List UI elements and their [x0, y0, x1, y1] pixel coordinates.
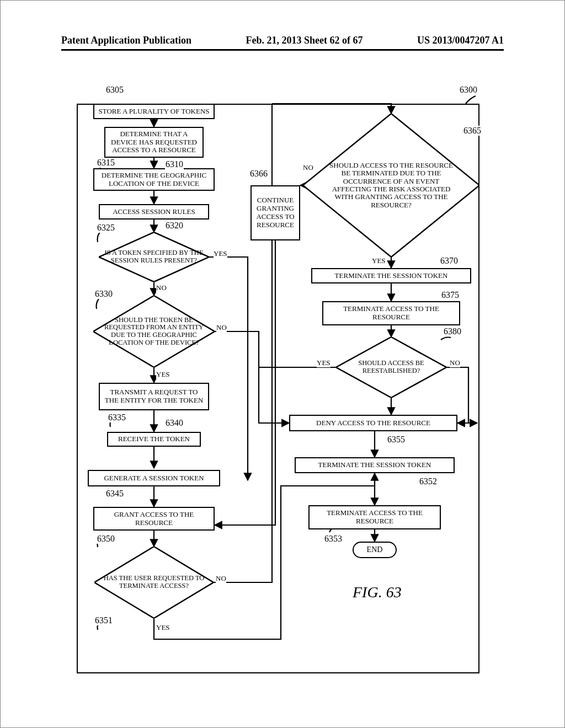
edge-6351-no: NO [216, 574, 226, 583]
decision-6365: SHOULD ACCESS TO THE RESOURCE BE TERMINA… [303, 114, 479, 257]
ref-6375: 6375 [441, 290, 460, 300]
step-6340: RECEIVE THE TOKEN [107, 432, 201, 447]
ref-6335: 6335 [108, 413, 126, 422]
edge-6330-yes: YES [156, 370, 170, 379]
step-6352: TERMINATE THE SESSION TOKEN [295, 457, 455, 473]
ref-6330: 6330 [94, 289, 113, 299]
decision-6351-text: HAS THE USER REQUESTED TO TERMINATE ACCE… [100, 575, 208, 590]
ref-6345: 6345 [105, 489, 124, 499]
step-6335: TRANSMIT A REQUEST TO THE ENTITY FOR THE… [99, 383, 209, 410]
ref-6352: 6352 [419, 477, 438, 486]
ref-6365: 6365 [463, 126, 482, 136]
ref-6310: 6310 [165, 159, 184, 169]
step-6355: DENY ACCESS TO THE RESOURCE [289, 415, 457, 431]
ref-6315: 6315 [97, 158, 115, 168]
header-left: Patent Application Publication [61, 35, 191, 46]
step-6310: DETERMINE THAT A DEVICE HAS REQUESTED AC… [104, 127, 204, 158]
step-6350: GRANT ACCESS TO THE RESOURCE [93, 507, 215, 531]
edge-6325-no: NO [156, 283, 167, 292]
decision-6330-text: SHOULD THE TOKEN BE REQUESTED FROM AN EN… [99, 317, 209, 347]
ref-6355: 6355 [387, 435, 406, 445]
ref-6350: 6350 [97, 534, 115, 544]
step-6353: TERMINATE ACCESS TO THE RESOURCE [308, 505, 441, 529]
ref-6353: 6353 [324, 534, 343, 544]
ref-6366: 6366 [249, 169, 268, 179]
step-6370: TERMINATE THE SESSION TOKEN [311, 268, 471, 283]
decision-6365-text: SHOULD ACCESS TO THE RESOURCE BE TERMINA… [308, 162, 474, 209]
ref-6300: 6300 [459, 85, 478, 95]
edge-6330-no: NO [216, 323, 227, 332]
figure-label: FIG. 63 [353, 584, 402, 601]
decision-6330: SHOULD THE TOKEN BE REQUESTED FROM AN EN… [93, 296, 215, 367]
edge-6325-yes: YES [214, 249, 227, 258]
ref-6351: 6351 [94, 615, 113, 625]
header-right: US 2013/0047207 A1 [417, 35, 504, 46]
decision-6380-text: SHOULD ACCESS BE REESTABLISHED? [342, 360, 441, 375]
ref-6370: 6370 [440, 256, 459, 266]
step-6366: CONTINUE GRANTING ACCESS TO RESOURCE [250, 185, 300, 240]
decision-6380: SHOULD ACCESS BE REESTABLISHED? [336, 337, 446, 398]
step-6375: TERMINATE ACCESS TO THE RESOURCE [322, 301, 460, 325]
ref-6305: 6305 [105, 85, 124, 95]
ref-6340: 6340 [165, 418, 184, 428]
edge-6365-yes: YES [372, 256, 386, 265]
ref-6325: 6325 [97, 223, 115, 233]
edge-6380-yes: YES [317, 358, 331, 367]
step-6315: DETERMINE THE GEOGRAPHIC LOCATION OF THE… [93, 168, 215, 191]
edge-6351-yes: YES [156, 623, 170, 632]
header-center: Feb. 21, 2013 Sheet 62 of 67 [246, 35, 363, 46]
page-header: Patent Application Publication Feb. 21, … [1, 35, 564, 46]
edge-6380-no: NO [450, 358, 460, 367]
decision-6351: HAS THE USER REQUESTED TO TERMINATE ACCE… [94, 547, 214, 618]
terminator-end: END [353, 542, 397, 558]
step-6305: STORE A PLURALITY OF TOKENS [93, 104, 215, 119]
step-6320: ACCESS SESSION RULES [99, 204, 209, 220]
decision-6325-text: IS A TOKEN SPECIFIED BY THE SESSION RULE… [104, 249, 204, 265]
ref-6320: 6320 [165, 221, 184, 231]
flowchart-canvas: STORE A PLURALITY OF TOKENS DETERMINE TH… [77, 81, 479, 673]
page: Patent Application Publication Feb. 21, … [0, 0, 565, 728]
header-rule [61, 49, 504, 51]
ref-6380: 6380 [443, 326, 462, 336]
step-6345: GENERATE A SESSION TOKEN [88, 470, 220, 486]
decision-6325: IS A TOKEN SPECIFIED BY THE SESSION RULE… [99, 232, 209, 282]
